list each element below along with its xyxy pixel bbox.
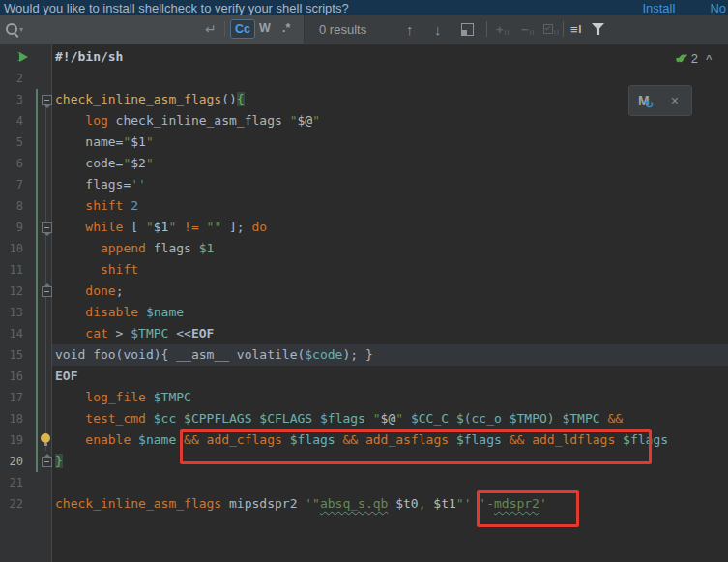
- code-token: $cc: [154, 411, 176, 426]
- code-token: void foo(void){ __asm__ volatile(: [55, 347, 305, 362]
- search-icon[interactable]: ▾: [6, 15, 23, 44]
- fold-collapse-icon[interactable]: [42, 457, 52, 467]
- code-line[interactable]: 5 name="$1": [0, 132, 728, 153]
- code-token: ];: [221, 220, 251, 234]
- code-line[interactable]: 21: [0, 472, 728, 493]
- fold-collapse-icon[interactable]: [42, 286, 52, 297]
- match-case-toggle[interactable]: Cc: [230, 19, 255, 39]
- fold-collapse-icon[interactable]: [42, 222, 52, 233]
- code-line[interactable]: 1#!/bin/sh: [0, 46, 728, 68]
- code-token: [55, 241, 101, 255]
- code-token: [: [123, 220, 145, 234]
- code-token: $CPPFLAGS: [184, 411, 251, 426]
- floating-tool-widget: M ↻ ×: [628, 85, 692, 116]
- code-token: }: [55, 454, 63, 468]
- newline-icon[interactable]: ↵: [205, 15, 217, 44]
- close-icon[interactable]: ×: [671, 93, 679, 108]
- whole-words-toggle[interactable]: W: [255, 19, 275, 37]
- code-token: [55, 220, 85, 234]
- install-link[interactable]: Install: [642, 1, 675, 15]
- code-token: ": [373, 411, 381, 426]
- line-number: 8: [0, 195, 23, 217]
- code-token: >: [108, 326, 131, 340]
- line-number: 22: [0, 493, 23, 515]
- code-line[interactable]: 10 append flags $1: [0, 238, 728, 259]
- dismiss-link[interactable]: No: [710, 1, 726, 15]
- code-line[interactable]: 18 test_cmd $cc $CPPFLAGS $CFLAGS $flags…: [0, 408, 728, 429]
- banner-message: Would you like to install shellcheck to …: [4, 1, 349, 15]
- code-line[interactable]: 8 shift 2: [0, 195, 728, 217]
- code-token: test_cmd: [85, 411, 146, 426]
- code-line[interactable]: 16EOF: [0, 366, 728, 387]
- select-all-occurrences-icon[interactable]: [461, 15, 474, 44]
- code-token: [55, 411, 85, 426]
- code-line[interactable]: 6 code="$2": [0, 153, 728, 174]
- code-line[interactable]: 9 while [ "$1" != "" ]; do: [0, 217, 728, 238]
- toggle-selection-icon[interactable]: II: [543, 15, 560, 44]
- code-token: EOF: [55, 369, 77, 383]
- code-line[interactable]: 15void foo(void){ __asm__ volatile($code…: [0, 344, 728, 366]
- filter-lines-icon[interactable]: ≡ I: [570, 15, 581, 44]
- code-token: flags: [146, 241, 199, 255]
- code-line[interactable]: 14 cat > $TMPC <<EOF: [0, 323, 728, 344]
- code-line[interactable]: 22check_inline_asm_flags mipsdspr2 '"abs…: [0, 493, 728, 515]
- code-token: [199, 220, 207, 234]
- code-line[interactable]: 7 flags='': [0, 174, 728, 195]
- code-line[interactable]: 13 disable $name: [0, 302, 728, 323]
- code-token: enable: [85, 432, 131, 447]
- code-token: $1: [199, 241, 215, 255]
- fold-collapse-icon[interactable]: [42, 95, 52, 105]
- search-results-count: 0 results: [319, 15, 366, 44]
- code-token: shift: [101, 262, 138, 277]
- inspection-check-icon: ✔: [678, 51, 688, 66]
- code-line[interactable]: 17 log_file $TMPC: [0, 387, 728, 408]
- code-token: $TMPC: [131, 326, 168, 340]
- code-token: [55, 198, 85, 213]
- code-token: $2: [131, 156, 146, 170]
- sync-icon: ↻: [645, 99, 654, 111]
- code-token: $t0: [395, 496, 418, 511]
- vcs-change-stripe[interactable]: [36, 89, 38, 472]
- code-token: $1: [131, 134, 146, 149]
- code-token: 2: [131, 198, 138, 213]
- add-selection-icon[interactable]: + II: [496, 15, 510, 44]
- code-token: [365, 411, 373, 426]
- search-history-caret-icon[interactable]: ▾: [19, 25, 23, 34]
- code-editor[interactable]: 1#!/bin/sh23check_inline_asm_flags(){4 l…: [0, 44, 728, 562]
- code-line[interactable]: 2: [0, 68, 728, 89]
- next-occurrence-icon[interactable]: ↓: [434, 15, 442, 44]
- code-token: $name: [138, 432, 176, 447]
- line-number: 9: [0, 217, 23, 238]
- code-token: do: [252, 220, 268, 234]
- code-line[interactable]: 12 done;: [0, 281, 728, 302]
- code-token: ;: [116, 283, 124, 298]
- code-token: code=: [55, 156, 123, 170]
- regex-toggle[interactable]: .*: [278, 19, 294, 37]
- code-token: $TMPC: [562, 411, 599, 426]
- chevron-up-icon[interactable]: ^: [706, 53, 712, 65]
- code-token: $1: [154, 220, 169, 234]
- run-icon[interactable]: [19, 52, 28, 62]
- divider: [486, 21, 487, 37]
- code-token: $@: [297, 113, 312, 128]
- code-token: ": [146, 220, 154, 234]
- code-token: [55, 390, 85, 404]
- intention-bulb-icon[interactable]: [41, 433, 50, 443]
- code-token: [146, 390, 154, 404]
- code-token: check_inline_asm_flags: [108, 113, 290, 128]
- line-number: 20: [0, 451, 23, 472]
- line-number: 10: [0, 238, 23, 259]
- widget-logo-icon[interactable]: M ↻: [638, 93, 650, 108]
- code-line[interactable]: 11 shift: [0, 259, 728, 281]
- remove-selection-icon[interactable]: − II: [521, 15, 535, 44]
- inspections-widget[interactable]: ✔ ✔ 2 ^: [675, 51, 712, 66]
- line-number: 6: [0, 153, 23, 174]
- code-line[interactable]: 4 log check_inline_asm_flags "$@": [0, 110, 728, 132]
- line-number: 2: [0, 68, 23, 89]
- previous-occurrence-icon[interactable]: ↑: [406, 15, 414, 44]
- filter-funnel-icon[interactable]: [592, 15, 604, 44]
- code-line[interactable]: 3check_inline_asm_flags(){: [0, 89, 728, 110]
- code-token: [138, 305, 146, 319]
- code-token: $code: [305, 347, 342, 362]
- code-token: ": [395, 411, 403, 426]
